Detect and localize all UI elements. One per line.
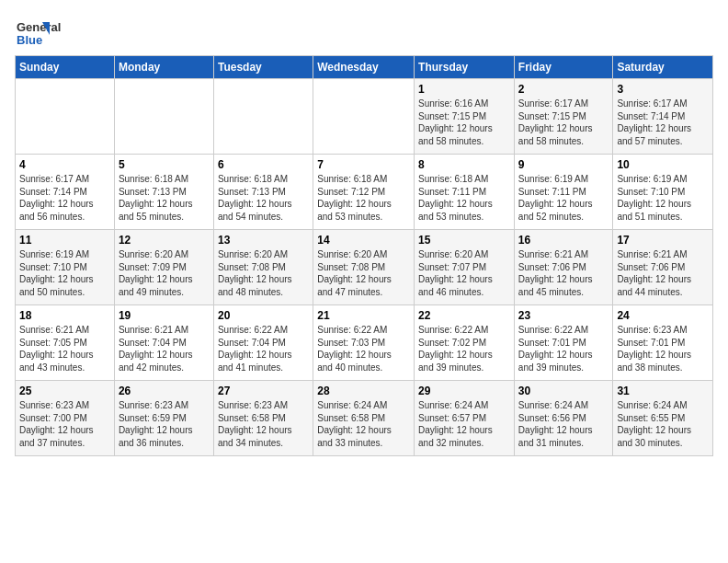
day-number: 6 — [218, 158, 309, 171]
day-info: Sunrise: 6:18 AMSunset: 7:13 PMDaylight:… — [119, 173, 210, 223]
day-number: 8 — [418, 158, 510, 171]
day-info: Sunrise: 6:22 AMSunset: 7:04 PMDaylight:… — [218, 324, 309, 373]
day-info: Sunrise: 6:24 AMSunset: 6:58 PMDaylight:… — [317, 399, 410, 449]
calendar-cell: 2Sunrise: 6:17 AMSunset: 7:15 PMDaylight… — [514, 79, 613, 155]
day-number: 9 — [518, 158, 609, 171]
svg-text:Blue: Blue — [17, 33, 42, 47]
day-of-week-header: Thursday — [415, 56, 515, 79]
day-number: 29 — [418, 385, 510, 397]
day-of-week-header: Monday — [114, 56, 213, 79]
calendar-cell: 30Sunrise: 6:24 AMSunset: 6:56 PMDayligh… — [514, 381, 613, 456]
calendar-cell: 18Sunrise: 6:21 AMSunset: 7:05 PMDayligh… — [16, 305, 115, 381]
day-info: Sunrise: 6:22 AMSunset: 7:02 PMDaylight:… — [418, 324, 510, 373]
day-info: Sunrise: 6:18 AMSunset: 7:11 PMDaylight:… — [418, 173, 510, 223]
calendar-cell: 14Sunrise: 6:20 AMSunset: 7:08 PMDayligh… — [313, 230, 415, 305]
day-info: Sunrise: 6:24 AMSunset: 6:57 PMDaylight:… — [418, 399, 510, 449]
day-number: 22 — [418, 309, 510, 322]
day-of-week-header: Friday — [514, 56, 613, 79]
calendar-cell: 28Sunrise: 6:24 AMSunset: 6:58 PMDayligh… — [313, 381, 415, 456]
calendar-cell: 10Sunrise: 6:19 AMSunset: 7:10 PMDayligh… — [613, 155, 713, 230]
day-info: Sunrise: 6:17 AMSunset: 7:14 PMDaylight:… — [19, 173, 110, 223]
day-number: 19 — [119, 309, 210, 322]
day-number: 13 — [218, 234, 309, 247]
day-of-week-header: Sunday — [16, 56, 115, 79]
calendar-cell: 22Sunrise: 6:22 AMSunset: 7:02 PMDayligh… — [415, 305, 515, 381]
day-number: 25 — [19, 385, 110, 397]
day-info: Sunrise: 6:19 AMSunset: 7:11 PMDaylight:… — [518, 173, 609, 223]
day-info: Sunrise: 6:19 AMSunset: 7:10 PMDaylight:… — [19, 248, 110, 298]
day-number: 12 — [119, 234, 210, 247]
day-number: 26 — [119, 385, 210, 397]
calendar-cell — [16, 79, 115, 155]
calendar-cell: 21Sunrise: 6:22 AMSunset: 7:03 PMDayligh… — [313, 305, 415, 381]
day-number: 1 — [418, 83, 510, 96]
calendar-week-row: 25Sunrise: 6:23 AMSunset: 7:00 PMDayligh… — [16, 381, 713, 456]
day-info: Sunrise: 6:20 AMSunset: 7:08 PMDaylight:… — [317, 248, 410, 298]
day-number: 20 — [218, 309, 309, 322]
day-info: Sunrise: 6:22 AMSunset: 7:01 PMDaylight:… — [518, 324, 609, 373]
day-number: 5 — [119, 158, 210, 171]
day-number: 4 — [19, 158, 110, 171]
calendar-cell: 9Sunrise: 6:19 AMSunset: 7:11 PMDaylight… — [514, 155, 613, 230]
calendar-week-row: 11Sunrise: 6:19 AMSunset: 7:10 PMDayligh… — [16, 230, 713, 305]
day-number: 28 — [317, 385, 410, 397]
day-number: 31 — [617, 385, 709, 397]
day-number: 18 — [19, 309, 110, 322]
day-number: 2 — [518, 83, 609, 96]
calendar-cell: 4Sunrise: 6:17 AMSunset: 7:14 PMDaylight… — [16, 155, 115, 230]
calendar-cell: 20Sunrise: 6:22 AMSunset: 7:04 PMDayligh… — [213, 305, 313, 381]
day-number: 21 — [317, 309, 410, 322]
calendar-cell: 29Sunrise: 6:24 AMSunset: 6:57 PMDayligh… — [415, 381, 515, 456]
calendar-cell: 19Sunrise: 6:21 AMSunset: 7:04 PMDayligh… — [114, 305, 213, 381]
calendar-cell: 13Sunrise: 6:20 AMSunset: 7:08 PMDayligh… — [213, 230, 313, 305]
calendar-cell: 7Sunrise: 6:18 AMSunset: 7:12 PMDaylight… — [313, 155, 415, 230]
day-info: Sunrise: 6:19 AMSunset: 7:10 PMDaylight:… — [617, 173, 709, 223]
calendar-cell: 31Sunrise: 6:24 AMSunset: 6:55 PMDayligh… — [613, 381, 713, 456]
day-of-week-header: Saturday — [613, 56, 713, 79]
calendar-cell: 27Sunrise: 6:23 AMSunset: 6:58 PMDayligh… — [213, 381, 313, 456]
calendar-cell: 23Sunrise: 6:22 AMSunset: 7:01 PMDayligh… — [514, 305, 613, 381]
header-row: SundayMondayTuesdayWednesdayThursdayFrid… — [16, 56, 713, 79]
page-header: General Blue — [15, 15, 713, 48]
calendar-cell: 16Sunrise: 6:21 AMSunset: 7:06 PMDayligh… — [514, 230, 613, 305]
calendar-week-row: 4Sunrise: 6:17 AMSunset: 7:14 PMDaylight… — [16, 155, 713, 230]
day-number: 23 — [518, 309, 609, 322]
calendar-cell: 26Sunrise: 6:23 AMSunset: 6:59 PMDayligh… — [114, 381, 213, 456]
calendar-cell — [313, 79, 415, 155]
calendar-cell: 3Sunrise: 6:17 AMSunset: 7:14 PMDaylight… — [613, 79, 713, 155]
calendar-cell: 6Sunrise: 6:18 AMSunset: 7:13 PMDaylight… — [213, 155, 313, 230]
logo-icon: General Blue — [15, 15, 88, 48]
day-info: Sunrise: 6:21 AMSunset: 7:06 PMDaylight:… — [617, 248, 709, 298]
svg-text:General: General — [17, 20, 61, 34]
day-info: Sunrise: 6:18 AMSunset: 7:13 PMDaylight:… — [218, 173, 309, 223]
day-number: 17 — [617, 234, 709, 247]
day-info: Sunrise: 6:23 AMSunset: 7:01 PMDaylight:… — [617, 324, 709, 373]
calendar-cell: 24Sunrise: 6:23 AMSunset: 7:01 PMDayligh… — [613, 305, 713, 381]
logo: General Blue — [15, 15, 88, 48]
day-info: Sunrise: 6:24 AMSunset: 6:56 PMDaylight:… — [518, 399, 609, 449]
calendar-cell: 1Sunrise: 6:16 AMSunset: 7:15 PMDaylight… — [415, 79, 515, 155]
calendar-cell: 5Sunrise: 6:18 AMSunset: 7:13 PMDaylight… — [114, 155, 213, 230]
day-number: 11 — [19, 234, 110, 247]
calendar-cell: 11Sunrise: 6:19 AMSunset: 7:10 PMDayligh… — [16, 230, 115, 305]
day-info: Sunrise: 6:22 AMSunset: 7:03 PMDaylight:… — [317, 324, 410, 373]
day-number: 30 — [518, 385, 609, 397]
day-info: Sunrise: 6:23 AMSunset: 6:58 PMDaylight:… — [218, 399, 309, 449]
day-number: 7 — [317, 158, 410, 171]
day-info: Sunrise: 6:20 AMSunset: 7:09 PMDaylight:… — [119, 248, 210, 298]
day-info: Sunrise: 6:23 AMSunset: 6:59 PMDaylight:… — [119, 399, 210, 449]
day-info: Sunrise: 6:20 AMSunset: 7:07 PMDaylight:… — [418, 248, 510, 298]
calendar-cell: 17Sunrise: 6:21 AMSunset: 7:06 PMDayligh… — [613, 230, 713, 305]
day-number: 14 — [317, 234, 410, 247]
day-info: Sunrise: 6:17 AMSunset: 7:15 PMDaylight:… — [518, 98, 609, 147]
calendar-cell: 8Sunrise: 6:18 AMSunset: 7:11 PMDaylight… — [415, 155, 515, 230]
day-of-week-header: Wednesday — [313, 56, 415, 79]
day-info: Sunrise: 6:16 AMSunset: 7:15 PMDaylight:… — [418, 98, 510, 147]
day-number: 10 — [617, 158, 709, 171]
day-info: Sunrise: 6:21 AMSunset: 7:05 PMDaylight:… — [19, 324, 110, 373]
day-info: Sunrise: 6:23 AMSunset: 7:00 PMDaylight:… — [19, 399, 110, 449]
calendar-cell: 12Sunrise: 6:20 AMSunset: 7:09 PMDayligh… — [114, 230, 213, 305]
calendar-week-row: 18Sunrise: 6:21 AMSunset: 7:05 PMDayligh… — [16, 305, 713, 381]
day-info: Sunrise: 6:20 AMSunset: 7:08 PMDaylight:… — [218, 248, 309, 298]
day-number: 15 — [418, 234, 510, 247]
